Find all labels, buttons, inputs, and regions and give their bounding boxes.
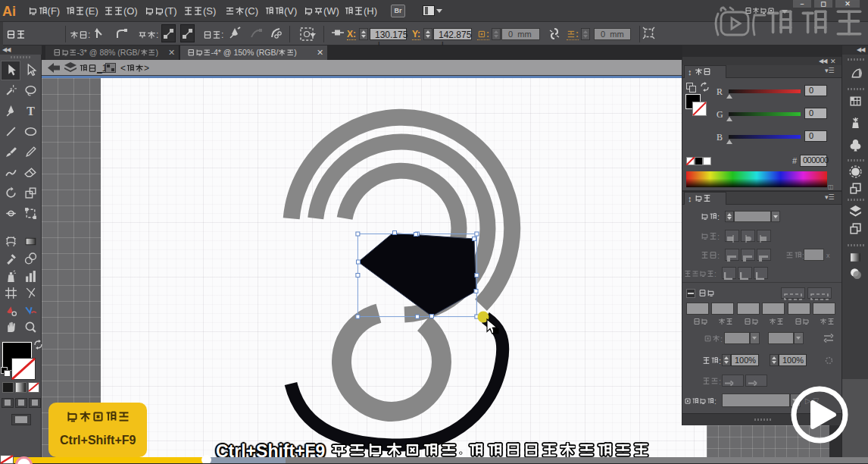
svg-text:T: T <box>27 105 35 118</box>
